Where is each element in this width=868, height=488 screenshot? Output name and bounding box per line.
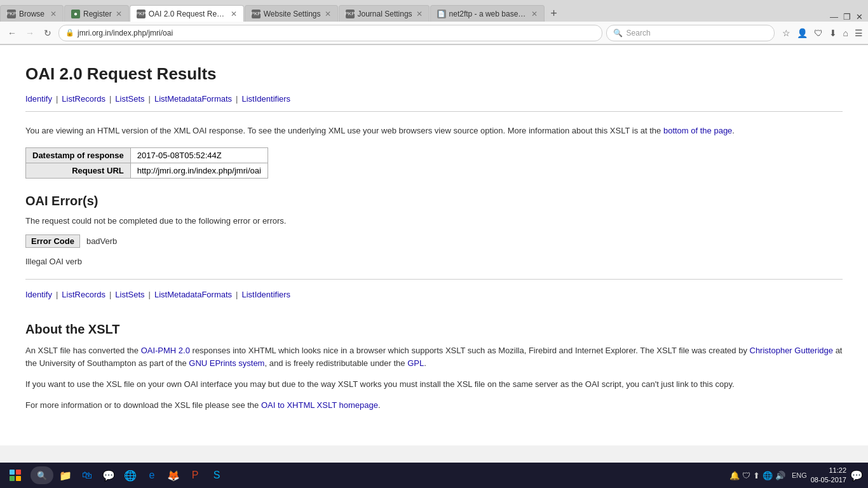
shield-icon[interactable]: 🛡 (814, 28, 823, 38)
tab-favicon-browse: PKP (7, 10, 16, 18)
error-description: The request could not be completed due t… (25, 216, 843, 226)
bottom-of-page-link[interactable]: bottom of the page (663, 126, 732, 135)
illegal-oai-verb-text: Illegal OAI verb (25, 257, 843, 266)
tab-title-register: Register (83, 10, 112, 18)
nav-link-listrecords-top[interactable]: ListRecords (62, 94, 105, 104)
url-bar[interactable]: 🔒 jmri.org.in/index.php/jmri/oai (58, 25, 602, 41)
table-row: Request URL http://jmri.org.in/index.php… (26, 163, 268, 178)
tab-title-journal-settings: Journal Settings (358, 10, 412, 18)
bookmark-star-icon[interactable]: ☆ (782, 28, 790, 38)
address-bar: ← → ↻ 🔒 jmri.org.in/index.php/jmri/oai 🔍… (0, 22, 868, 44)
url-text: jmri.org.in/index.php/jmri/oai (78, 29, 595, 37)
datestamp-label: Datestamp of response (26, 147, 131, 163)
nav-link-listidentifiers-bottom[interactable]: ListIdentifiers (241, 290, 290, 299)
info-text: You are viewing an HTML version of the X… (25, 125, 843, 137)
search-icon: 🔍 (613, 29, 623, 37)
tab-title-net2ftp: net2ftp - a web based FT (449, 10, 527, 18)
error-code-row: Error Code badVerb (25, 234, 843, 248)
tab-close-oai[interactable]: ✕ (231, 10, 237, 18)
divider (25, 279, 843, 280)
tab-close-website-settings[interactable]: ✕ (325, 10, 331, 18)
new-tab-button[interactable]: + (545, 5, 563, 22)
home-icon[interactable]: ⌂ (843, 28, 848, 38)
tab-net2ftp[interactable]: 📄 net2ftp - a web based FT ✕ (430, 5, 545, 22)
about-title: About the XSLT (25, 322, 843, 337)
tab-title-browse: Browse (19, 10, 46, 18)
search-placeholder: Search (627, 29, 651, 37)
nav-sep-b3: | (149, 290, 151, 299)
back-button[interactable]: ← (5, 26, 19, 40)
christopher-gutteridge-link[interactable]: Christopher Gutteridge (750, 346, 834, 355)
tab-oai[interactable]: PKP OAI 2.0 Request Results ✕ (130, 5, 244, 22)
tab-website-settings[interactable]: PKP Website Settings ✕ (245, 5, 338, 22)
nav-links-top: Identify | ListRecords | ListSets | List… (25, 94, 843, 112)
restore-button[interactable]: ❐ (843, 12, 851, 22)
tab-title-website-settings: Website Settings (264, 10, 321, 18)
tab-favicon-journal-settings: PKP (346, 10, 355, 18)
nav-link-listsets-top[interactable]: ListSets (115, 94, 144, 104)
oai-pmh-link[interactable]: OAI-PMH 2.0 (141, 346, 190, 355)
tab-close-browse[interactable]: ✕ (50, 10, 57, 18)
request-url-label: Request URL (26, 163, 131, 178)
nav-link-listsets-bottom[interactable]: ListSets (115, 290, 144, 299)
minimize-button[interactable]: — (830, 12, 838, 22)
tab-close-journal-settings[interactable]: ✕ (416, 10, 423, 18)
nav-sep-2: | (109, 94, 111, 104)
request-url-value: http://jmri.org.in/index.php/jmri/oai (130, 163, 268, 178)
error-code-label: Error Code (25, 234, 80, 248)
error-code-value: badVerb (86, 236, 117, 246)
tab-close-register[interactable]: ✕ (116, 10, 122, 18)
about-paragraph-1: An XSLT file has converted the OAI-PMH 2… (25, 344, 843, 371)
tab-browse[interactable]: PKP Browse ✕ (0, 5, 64, 22)
close-button[interactable]: ✕ (856, 12, 863, 22)
datestamp-value: 2017-05-08T05:52:44Z (130, 147, 268, 163)
metadata-table: Datestamp of response 2017-05-08T05:52:4… (25, 147, 268, 179)
nav-sep-1: | (56, 94, 58, 104)
gnu-eprints-link[interactable]: GNU EPrints system (189, 358, 264, 368)
nav-link-identify-bottom[interactable]: Identify (25, 290, 52, 299)
nav-sep-3: | (149, 94, 151, 104)
toolbar-icons: ☆ 👤 🛡 ⬇ ⌂ ☰ (778, 28, 863, 38)
gpl-link[interactable]: GPL (407, 358, 424, 368)
tab-close-net2ftp[interactable]: ✕ (531, 10, 538, 18)
tab-bar: PKP Browse ✕ ● Register ✕ PKP OAI 2.0 Re… (0, 0, 868, 22)
error-section-title: OAI Error(s) (25, 194, 843, 208)
nav-sep-4: | (236, 94, 238, 104)
profile-icon[interactable]: 👤 (797, 28, 808, 38)
nav-link-listmetadata-top[interactable]: ListMetadataFormats (154, 94, 232, 104)
page-title: OAI 2.0 Request Results (25, 64, 843, 84)
download-icon[interactable]: ⬇ (829, 28, 837, 38)
nav-link-listmetadata-bottom[interactable]: ListMetadataFormats (154, 290, 232, 299)
xsl-usage-text: If you want to use the XSL file on your … (25, 378, 843, 391)
tab-favicon-net2ftp: 📄 (437, 10, 446, 18)
download-text: For more information or to download the … (25, 399, 843, 412)
forward-button[interactable]: → (23, 26, 37, 40)
browser-chrome: PKP Browse ✕ ● Register ✕ PKP OAI 2.0 Re… (0, 0, 868, 45)
tab-journal-settings[interactable]: PKP Journal Settings ✕ (339, 5, 430, 22)
lock-icon: 🔒 (65, 29, 74, 37)
refresh-button[interactable]: ↻ (41, 26, 55, 40)
nav-link-listidentifiers-top[interactable]: ListIdentifiers (241, 94, 290, 104)
nav-link-listrecords-bottom[interactable]: ListRecords (62, 290, 105, 299)
table-row: Datestamp of response 2017-05-08T05:52:4… (26, 147, 268, 163)
nav-sep-b4: | (236, 290, 238, 299)
page-content: OAI 2.0 Request Results Identify | ListR… (0, 45, 868, 445)
tab-favicon-oai: PKP (137, 10, 146, 18)
nav-sep-b1: | (56, 290, 58, 299)
menu-icon[interactable]: ☰ (855, 28, 863, 38)
nav-links-bottom: Identify | ListRecords | ListSets | List… (25, 290, 843, 307)
tab-favicon-register: ● (71, 10, 80, 18)
nav-sep-b2: | (109, 290, 111, 299)
nav-link-identify-top[interactable]: Identify (25, 94, 52, 104)
tab-favicon-website-settings: PKP (252, 10, 261, 18)
tab-register[interactable]: ● Register ✕ (64, 5, 129, 22)
tab-title-oai: OAI 2.0 Request Results (149, 10, 227, 18)
window-controls: — ❐ ✕ (830, 12, 868, 22)
search-bar[interactable]: 🔍 Search (606, 25, 775, 41)
oai-xhtml-xslt-homepage-link[interactable]: OAI to XHTML XSLT homepage (261, 400, 378, 410)
